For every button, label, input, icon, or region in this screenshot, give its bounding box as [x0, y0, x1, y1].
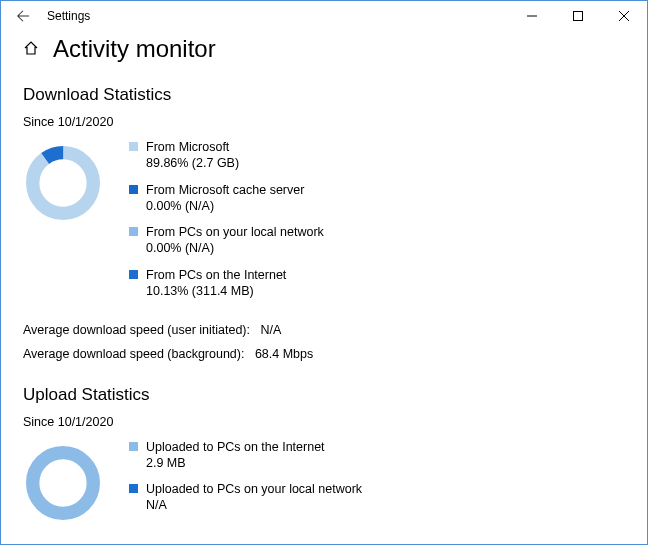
- avg-bg-value: 68.4 Mbps: [255, 347, 313, 361]
- close-icon: [619, 11, 629, 21]
- upload-donut-chart: [23, 439, 111, 526]
- svg-point-3: [33, 452, 94, 513]
- page-title: Activity monitor: [53, 35, 216, 63]
- legend-value: 0.00% (N/A): [146, 198, 304, 214]
- download-donut-chart: [23, 139, 111, 226]
- legend-item: From PCs on your local network 0.00% (N/…: [129, 224, 324, 257]
- maximize-icon: [573, 11, 583, 21]
- legend-label: Uploaded to PCs on your local network: [146, 481, 362, 497]
- legend-label: From Microsoft cache server: [146, 182, 304, 198]
- legend-label: From Microsoft: [146, 139, 239, 155]
- legend-value: N/A: [146, 497, 362, 513]
- arrow-left-icon: [16, 9, 30, 23]
- download-section-title: Download Statistics: [23, 85, 625, 105]
- legend-label: From PCs on your local network: [146, 224, 324, 240]
- legend-item: Uploaded to PCs on the Internet 2.9 MB: [129, 439, 362, 472]
- download-stat-block: From Microsoft 89.86% (2.7 GB) From Micr…: [23, 139, 625, 309]
- download-metrics: Average download speed (user initiated):…: [23, 319, 625, 367]
- swatch: [129, 484, 138, 493]
- legend-item: From PCs on the Internet 10.13% (311.4 M…: [129, 267, 324, 300]
- upload-since: Since 10/1/2020: [23, 415, 625, 429]
- back-button[interactable]: [9, 2, 37, 30]
- upload-stat-block: Uploaded to PCs on the Internet 2.9 MB U…: [23, 439, 625, 526]
- download-since: Since 10/1/2020: [23, 115, 625, 129]
- swatch: [129, 227, 138, 236]
- download-legend: From Microsoft 89.86% (2.7 GB) From Micr…: [129, 139, 324, 309]
- home-icon[interactable]: [23, 40, 39, 59]
- legend-value: 0.00% (N/A): [146, 240, 324, 256]
- maximize-button[interactable]: [555, 1, 601, 31]
- legend-item: From Microsoft cache server 0.00% (N/A): [129, 182, 324, 215]
- close-button[interactable]: [601, 1, 647, 31]
- avg-user-value: N/A: [260, 323, 281, 337]
- window-title: Settings: [37, 9, 90, 23]
- legend-item: Uploaded to PCs on your local network N/…: [129, 481, 362, 514]
- page-header: Activity monitor: [23, 35, 625, 63]
- legend-item: From Microsoft 89.86% (2.7 GB): [129, 139, 324, 172]
- avg-bg-label: Average download speed (background):: [23, 347, 244, 361]
- swatch: [129, 270, 138, 279]
- window-buttons: [509, 1, 647, 31]
- swatch: [129, 142, 138, 151]
- upload-section-title: Upload Statistics: [23, 385, 625, 405]
- minimize-button[interactable]: [509, 1, 555, 31]
- swatch: [129, 185, 138, 194]
- titlebar: Settings: [1, 1, 647, 31]
- avg-user-label: Average download speed (user initiated):: [23, 323, 250, 337]
- svg-point-1: [33, 153, 94, 214]
- legend-value: 10.13% (311.4 MB): [146, 283, 286, 299]
- content: Activity monitor Download Statistics Sin…: [1, 31, 647, 545]
- svg-rect-0: [574, 12, 583, 21]
- swatch: [129, 442, 138, 451]
- legend-label: From PCs on the Internet: [146, 267, 286, 283]
- upload-legend: Uploaded to PCs on the Internet 2.9 MB U…: [129, 439, 362, 524]
- minimize-icon: [527, 11, 537, 21]
- legend-label: Uploaded to PCs on the Internet: [146, 439, 325, 455]
- legend-value: 2.9 MB: [146, 455, 325, 471]
- legend-value: 89.86% (2.7 GB): [146, 155, 239, 171]
